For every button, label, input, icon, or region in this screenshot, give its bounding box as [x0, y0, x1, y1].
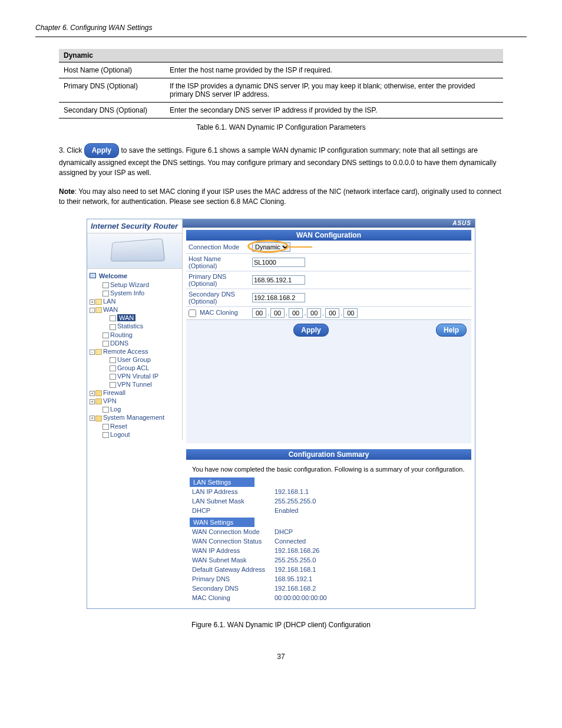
document-icon — [110, 357, 116, 363]
summary-row: LAN Subnet Mask255.255.255.0 — [190, 496, 468, 506]
mac-separator: . — [321, 309, 325, 317]
mac-cloning-label: MAC Cloning — [186, 309, 251, 317]
secondary-dns-input[interactable] — [252, 293, 305, 302]
mac-octet-6[interactable] — [343, 308, 358, 318]
nav-link[interactable]: Setup Wizard — [110, 281, 149, 288]
mac-octet-3[interactable] — [289, 308, 303, 318]
document-icon — [103, 332, 109, 338]
expand-icon[interactable]: + — [90, 299, 95, 305]
instruction-text: to save the settings. Figure 6.1 shows a… — [59, 146, 496, 177]
param-description: If the ISP provides a dynamic DNS server… — [165, 78, 503, 103]
nav-item-firewall[interactable]: +Firewall — [87, 388, 182, 397]
nav-link[interactable]: System Management — [103, 414, 164, 421]
chapter-header: Chapter 6. Configuring WAN Settings — [35, 24, 527, 32]
nav-item-vpn-virutal-ip[interactable]: VPN Virutal IP — [87, 372, 182, 380]
sidebar-title: Internet Security Router — [87, 219, 182, 233]
nav-link[interactable]: Remote Access — [103, 348, 148, 355]
summary-key: WAN IP Address — [192, 547, 275, 554]
nav-item-remote-access[interactable]: -Remote Access — [87, 347, 182, 355]
nav-link[interactable]: Reset — [110, 423, 127, 430]
nav-welcome[interactable]: Welcome — [87, 270, 182, 281]
nav-link[interactable]: System Info — [110, 289, 144, 297]
summary-row: WAN Connection ModeDHCP — [190, 527, 468, 536]
summary-value: 192.168.1.1 — [275, 488, 309, 495]
summary-key: Secondary DNS — [192, 585, 275, 592]
mac-octet-4[interactable] — [307, 308, 321, 318]
nav-item-reset[interactable]: Reset — [87, 422, 182, 430]
summary-title: Configuration Summary — [186, 449, 471, 460]
nav-link[interactable]: Log — [110, 406, 121, 413]
summary-key: MAC Cloning — [192, 594, 275, 601]
nav-link[interactable]: Firewall — [103, 389, 125, 396]
nav-item-wan[interactable]: -WAN — [87, 305, 182, 314]
expand-icon[interactable]: + — [90, 416, 95, 421]
summary-key: WAN Connection Mode — [192, 528, 275, 535]
nav-link[interactable]: Group ACL — [117, 364, 149, 371]
wan-panel-title: WAN Configuration — [186, 230, 471, 241]
summary-key: DHCP — [192, 507, 275, 514]
expand-icon[interactable]: + — [90, 391, 95, 396]
mac-octet-2[interactable] — [270, 308, 285, 318]
summary-panel: Configuration Summary You have now compl… — [186, 449, 471, 602]
summary-value: 255.255.255.0 — [275, 556, 316, 564]
nav-link[interactable]: Logout — [110, 431, 130, 438]
help-button[interactable]: Help — [436, 324, 467, 337]
mac-octet-5[interactable] — [325, 308, 339, 318]
nav-link[interactable]: DDNS — [110, 340, 128, 347]
nav-link[interactable]: Routing — [110, 331, 133, 338]
apply-button[interactable]: Apply — [293, 324, 328, 337]
summary-body: You have now completed the basic configu… — [190, 463, 468, 602]
connection-mode-select[interactable]: Dynamic — [252, 242, 290, 252]
nav-item-wan[interactable]: WAN — [87, 314, 182, 322]
mac-cloning-checkbox[interactable] — [189, 309, 196, 317]
folder-icon — [95, 307, 102, 313]
note-paragraph: Note: You may also need to set MAC cloni… — [59, 187, 503, 207]
nav-link[interactable]: VPN Tunnel — [117, 381, 152, 388]
host-name-input[interactable] — [252, 258, 305, 267]
folder-icon — [95, 398, 102, 404]
summary-row: DHCPEnabled — [190, 506, 468, 515]
summary-value: 192.168.168.1 — [275, 566, 316, 573]
summary-row: WAN Connection StatusConnected — [190, 536, 468, 546]
mac-octet-1[interactable] — [252, 308, 266, 318]
row-connection-mode: Connection Mode Dynamic — [186, 241, 471, 253]
mac-separator: . — [266, 309, 270, 317]
instruction-paragraph: 3. Click Apply to save the settings. Fig… — [59, 143, 503, 177]
router-illustration — [110, 239, 165, 262]
figure-caption: Figure 6.1. WAN Dynamic IP (DHCP client)… — [35, 621, 527, 629]
nav-item-setup-wizard[interactable]: Setup Wizard — [87, 281, 182, 289]
nav-link[interactable]: VPN Virutal IP — [117, 373, 158, 380]
nav-item-system-info[interactable]: System Info — [87, 289, 182, 297]
nav-item-log[interactable]: Log — [87, 405, 182, 413]
nav-item-logout[interactable]: Logout — [87, 430, 182, 439]
table-row: Secondary DNS (Optional)Enter the second… — [59, 103, 503, 118]
table-row: Primary DNS (Optional)If the ISP provide… — [59, 78, 503, 103]
nav-link[interactable]: VPN — [103, 397, 117, 404]
nav-item-statistics[interactable]: Statistics — [87, 322, 182, 330]
nav-link[interactable]: WAN — [103, 306, 118, 313]
expand-icon[interactable]: + — [90, 399, 95, 404]
nav-link[interactable]: WAN — [117, 314, 135, 321]
expand-icon[interactable]: - — [90, 308, 95, 313]
nav-link[interactable]: Statistics — [117, 322, 143, 330]
param-field: Secondary DNS (Optional) — [59, 103, 165, 118]
document-icon — [110, 382, 116, 388]
nav-item-lan[interactable]: +LAN — [87, 297, 182, 305]
highlight-arrow-icon — [289, 246, 312, 248]
nav-item-system-management[interactable]: +System Management — [87, 413, 182, 421]
nav-item-ddns[interactable]: DDNS — [87, 339, 182, 347]
nav-link[interactable]: User Group — [117, 356, 151, 363]
nav-item-vpn[interactable]: +VPN — [87, 397, 182, 405]
nav-item-user-group[interactable]: User Group — [87, 355, 182, 364]
mac-separator: . — [339, 309, 343, 317]
param-field: Host Name (Optional) — [59, 62, 165, 78]
nav-link[interactable]: LAN — [103, 298, 115, 305]
nav-item-vpn-tunnel[interactable]: VPN Tunnel — [87, 380, 182, 388]
table-row: Host Name (Optional)Enter the host name … — [59, 62, 503, 78]
nav-item-group-acl[interactable]: Group ACL — [87, 364, 182, 372]
nav-item-routing[interactable]: Routing — [87, 331, 182, 339]
document-icon — [103, 291, 109, 297]
primary-dns-input[interactable] — [252, 275, 305, 285]
expand-icon[interactable]: - — [90, 350, 95, 355]
params-section-header: Dynamic — [59, 49, 503, 62]
